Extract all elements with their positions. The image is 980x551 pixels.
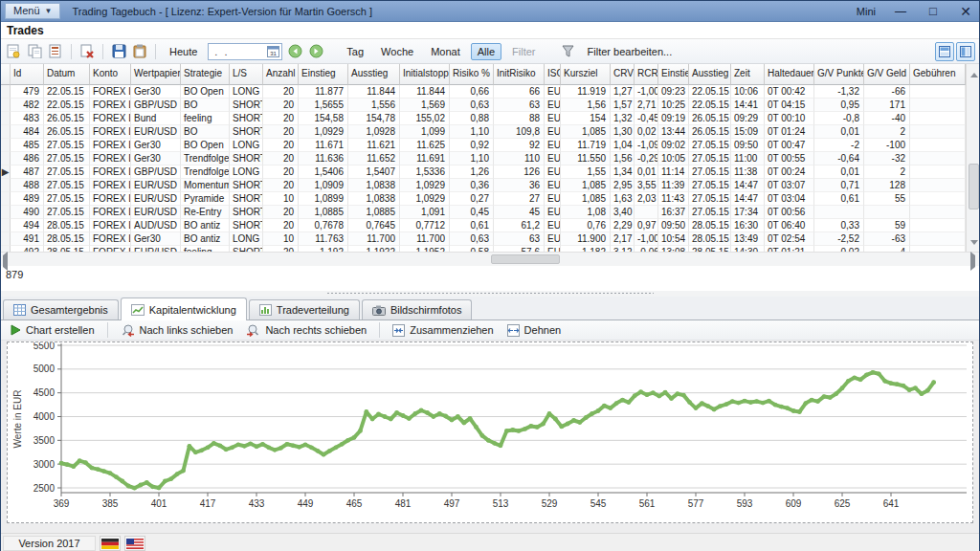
new-entry-icon[interactable]: [5, 43, 22, 60]
scroll-right-arrow[interactable]: [970, 255, 975, 267]
table-row[interactable]: 48927.05.15FOREX LTFEUR/USDPyramideSHORT…: [1, 192, 966, 206]
table-cell: 0,01: [814, 165, 864, 179]
column-header-datum[interactable]: Datum: [44, 64, 90, 85]
delete-entry-icon[interactable]: [78, 43, 96, 60]
table-row[interactable]: 49428.05.15FOREX LTFAUD/USDBO antizSHORT…: [1, 219, 966, 232]
svg-text:5000: 5000: [33, 364, 56, 374]
save-icon[interactable]: [110, 43, 127, 60]
horizontal-layout-toggle[interactable]: [935, 42, 954, 61]
table-cell: 482: [11, 99, 44, 112]
table-cell: 484: [11, 125, 44, 139]
table-cell: 0T 00:42: [765, 85, 814, 99]
scroll-down-arrow[interactable]: [967, 235, 980, 250]
column-header-ausstieg[interactable]: Ausstieg: [348, 64, 400, 85]
column-header-wertpapier[interactable]: Wertpapier: [131, 64, 181, 85]
svg-text:545: 545: [590, 498, 607, 509]
table-cell: 26.05.15: [44, 125, 90, 139]
column-header-id[interactable]: Id: [11, 64, 44, 85]
table-cell: SHORT: [230, 99, 263, 112]
splitter-handle[interactable]: [326, 292, 654, 296]
table-cell: 1,30: [611, 125, 635, 139]
column-header-g-v-punkte[interactable]: G/V Punkte: [814, 64, 864, 85]
table-row[interactable]: 47922.05.15FOREX LTFGer30BO OpenLONG2011…: [1, 85, 966, 99]
svg-text:465: 465: [346, 498, 363, 509]
vertical-scroll-thumb[interactable]: [969, 164, 979, 209]
menu-button[interactable]: Menü ▼: [5, 3, 60, 19]
tab-tradeverteilung[interactable]: Tradeverteilung: [249, 299, 360, 320]
copy-entry-icon[interactable]: [26, 43, 43, 60]
horizontal-scrollbar[interactable]: [1, 252, 979, 266]
heute-button[interactable]: Heute: [163, 43, 204, 60]
table-cell: 0T 06:40: [765, 219, 814, 232]
range-woche-button[interactable]: Woche: [374, 43, 420, 60]
maximize-button[interactable]: □: [925, 4, 941, 18]
shift-right-button[interactable]: Nach rechts schieben: [242, 323, 370, 338]
column-header-rcrv[interactable]: RCRV: [635, 64, 658, 85]
column-header-anzahl[interactable]: Anzahl: [263, 64, 299, 85]
column-header-geb-hren[interactable]: Gebühren: [910, 64, 966, 85]
table-row[interactable]: ▶48727.05.15FOREX LTFGBP/USDTrendfolgeLO…: [1, 165, 966, 179]
table-row[interactable]: 48827.05.15FOREX LTFEUR/USDMomentumSHORT…: [1, 179, 966, 192]
column-header-zeit[interactable]: Zeit: [731, 64, 765, 85]
table-cell: 09:50: [731, 139, 765, 152]
svg-text:641: 641: [883, 498, 900, 509]
column-header-einstieg[interactable]: Einstieg: [658, 64, 689, 85]
scroll-left-arrow[interactable]: [3, 255, 8, 267]
vertical-scrollbar[interactable]: [966, 64, 979, 252]
stretch-button[interactable]: Dehnen: [503, 323, 566, 338]
table-cell: -2,52: [814, 232, 864, 246]
table-row[interactable]: 48627.05.15FOREX LTFGer30TrendfolgeSHORT…: [1, 152, 966, 165]
edit-entry-icon[interactable]: [47, 43, 64, 60]
tab-kapitalentwicklung[interactable]: Kapitalentwicklung: [121, 298, 247, 320]
column-header-l-s[interactable]: L/S: [230, 64, 263, 85]
column-header-initrisiko[interactable]: InitRisiko: [494, 64, 545, 85]
column-header-g-v-geld[interactable]: G/V Geld: [864, 64, 910, 85]
column-header-haltedauer[interactable]: Haltedauer: [765, 64, 814, 85]
column-header-risiko-[interactable]: Risiko %: [450, 64, 494, 85]
table-row[interactable]: 48527.05.15FOREX LTFGer30BO OpenLONG2011…: [1, 139, 966, 152]
column-header-crv[interactable]: CRV: [611, 64, 635, 85]
mini-button[interactable]: Mini: [857, 6, 876, 17]
table-row[interactable]: 49027.05.15FOREX LTFEUR/USDRe-EntrySHORT…: [1, 206, 966, 219]
next-period-icon[interactable]: [307, 43, 324, 60]
range-tag-button[interactable]: Tag: [340, 43, 370, 60]
table-cell: 26.05.15: [44, 112, 90, 125]
german-flag-icon[interactable]: [100, 536, 121, 551]
table-cell: 109,8: [494, 125, 545, 139]
tab-bildschirmfotos[interactable]: Bildschirmfotos: [362, 299, 473, 320]
table-cell: EUR: [545, 99, 561, 112]
funnel-icon[interactable]: [560, 43, 577, 60]
date-input[interactable]: . . 31: [208, 43, 282, 60]
paste-icon[interactable]: [131, 43, 148, 60]
column-header-ausstieg[interactable]: Ausstieg: [689, 64, 731, 85]
shift-left-button[interactable]: Nach links schieben: [117, 323, 237, 338]
us-flag-icon[interactable]: [124, 536, 145, 551]
calendar-icon[interactable]: 31: [267, 45, 279, 57]
previous-period-icon[interactable]: [286, 43, 303, 60]
contract-button[interactable]: Zusammenziehen: [389, 323, 497, 338]
range-alle-button[interactable]: Alle: [471, 43, 501, 60]
column-header-initialstopp[interactable]: Initialstopp: [400, 64, 450, 85]
column-header-einstieg[interactable]: Einstieg: [299, 64, 348, 85]
column-header-konto[interactable]: Konto: [90, 64, 131, 85]
table-cell: 154,58: [299, 112, 348, 125]
table-cell: Ger30: [131, 85, 181, 99]
edit-filter-button[interactable]: Filter bearbeiten...: [581, 43, 679, 60]
column-header-strategie[interactable]: Strategie: [181, 64, 230, 85]
horizontal-scroll-thumb[interactable]: [491, 254, 560, 264]
table-row[interactable]: 48326.05.15FOREX LTFBundfeelingSHORT2015…: [1, 112, 966, 125]
column-header-kursziel[interactable]: Kursziel: [561, 64, 611, 85]
close-button[interactable]: ✕: [958, 4, 973, 19]
create-chart-button[interactable]: Chart erstellen: [7, 323, 99, 337]
table-row[interactable]: 49128.05.15FOREX LTFGer30BO antizLONG101…: [1, 232, 966, 246]
range-monat-button[interactable]: Monat: [424, 43, 467, 60]
column-header-iso[interactable]: ISO: [545, 64, 561, 85]
scroll-up-arrow[interactable]: [967, 68, 980, 82]
tab-gesamtergebnis[interactable]: Gesamtergebnis: [3, 299, 119, 320]
table-cell: 20: [263, 152, 299, 165]
table-row[interactable]: 48222.05.15FOREX LTFGBP/USDBOSHORT201,56…: [1, 99, 966, 112]
table-row[interactable]: 48426.05.15FOREX LTFEUR/USDBOSHORT201,09…: [1, 125, 966, 139]
minimize-button[interactable]: —: [893, 5, 908, 18]
table-cell: 22.05.15: [689, 85, 731, 99]
vertical-layout-toggle[interactable]: [956, 42, 975, 61]
